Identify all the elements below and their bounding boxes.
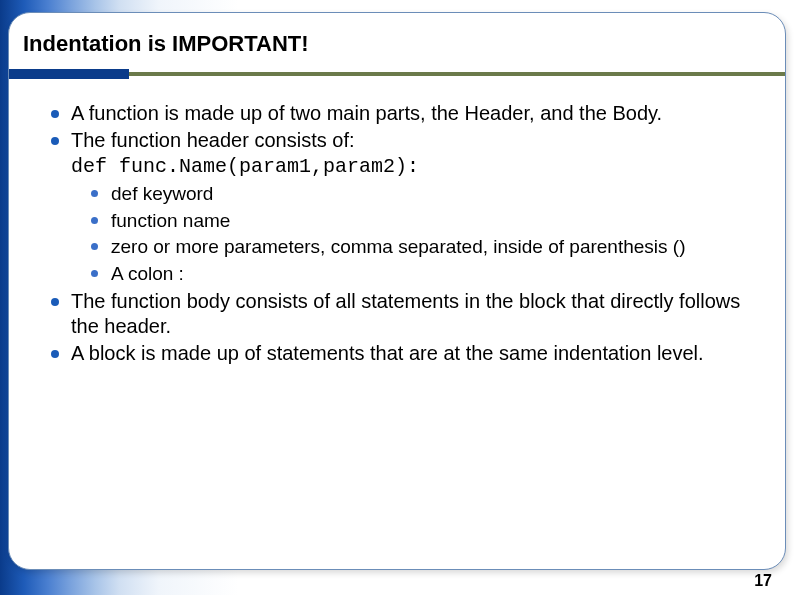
divider-right-line (129, 72, 785, 76)
divider (9, 69, 785, 79)
sub-bullet-item: function name (91, 209, 751, 234)
bullet-item: The function body consists of all statem… (51, 289, 751, 339)
outer-bullet-list: A function is made up of two main parts,… (51, 101, 751, 153)
content-area: A function is made up of two main parts,… (33, 101, 761, 366)
slide-card: Indentation is IMPORTANT! A function is … (8, 12, 786, 570)
inner-bullet-list: def keyword function name zero or more p… (51, 182, 751, 287)
bullet-item: A block is made up of statements that ar… (51, 341, 751, 366)
outer-bullet-list-2: The function body consists of all statem… (51, 289, 751, 366)
divider-left-block (9, 69, 129, 79)
bullet-item: The function header consists of: (51, 128, 751, 153)
page-number: 17 (754, 572, 772, 590)
code-line: def func.Name(param1,param2): (51, 155, 751, 178)
sub-bullet-item: def keyword (91, 182, 751, 207)
bullet-item: A function is made up of two main parts,… (51, 101, 751, 126)
slide-title: Indentation is IMPORTANT! (23, 31, 761, 57)
sub-bullet-item: zero or more parameters, comma separated… (91, 235, 751, 260)
sub-bullet-item: A colon : (91, 262, 751, 287)
